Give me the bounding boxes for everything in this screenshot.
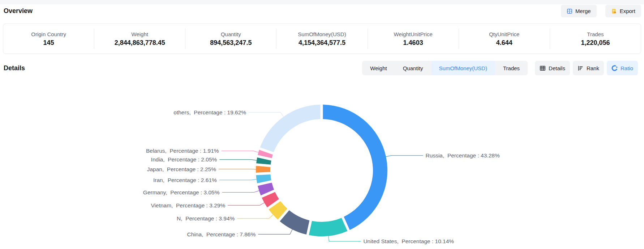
header-buttons: Merge Export xyxy=(561,5,641,17)
pie-label-india: India, Percentage : 2.05% xyxy=(151,156,217,163)
pie-leaderline-belarus xyxy=(222,151,258,152)
stat-label: Trades xyxy=(587,31,604,37)
stat-value: 2,844,863,778.45 xyxy=(115,39,165,46)
stat-label: QtyUnitPrice xyxy=(489,31,519,37)
pie-leaderline-germany xyxy=(222,191,259,193)
pie-leaderline-india xyxy=(219,160,257,160)
view-tab-group: DetailsRankRatio xyxy=(535,61,638,75)
stat-trades: Trades1,220,056 xyxy=(550,29,641,49)
pie-segment-china[interactable] xyxy=(280,210,309,235)
stat-label: Weight xyxy=(132,31,148,37)
stat-label: SumOfMoney(USD) xyxy=(298,31,346,37)
pie-segment-iran[interactable] xyxy=(256,174,271,183)
tab-trades[interactable]: Trades xyxy=(495,61,528,75)
view-tab-label: Ratio xyxy=(621,65,633,71)
merge-button-label: Merge xyxy=(575,8,591,14)
view-tab-label: Details xyxy=(549,65,565,71)
pie-leaderline-others xyxy=(249,112,284,117)
pie-label-united-states: United States, Percentage : 10.14% xyxy=(363,238,454,244)
export-button[interactable]: Export xyxy=(605,5,641,17)
pie-segment-japan[interactable] xyxy=(256,166,270,173)
stat-value: 1,220,056 xyxy=(581,39,610,46)
stat-value: 1.4603 xyxy=(403,39,423,46)
pie-leaderline-n xyxy=(237,215,273,219)
pie-leaderline-united-states xyxy=(329,236,361,241)
tab-sumofmoney-usd[interactable]: SumOfMoney(USD) xyxy=(431,61,495,75)
stat-weightunitprice: WeightUnitPrice1.4603 xyxy=(368,29,459,49)
export-icon xyxy=(611,8,617,14)
details-toolbar: Details WeightQuantitySumOfMoney(USD)Tra… xyxy=(4,61,638,75)
stat-weight: Weight2,844,863,778.45 xyxy=(94,29,185,49)
pie-segment-india[interactable] xyxy=(256,157,271,165)
view-tab-details[interactable]: Details xyxy=(535,61,570,75)
pie-label-belarus: Belarus, Percentage : 1.91% xyxy=(146,148,219,154)
stat-label: Quantity xyxy=(221,31,241,37)
view-tab-ratio[interactable]: Ratio xyxy=(607,61,638,75)
pie-leaderline-iran xyxy=(219,179,257,180)
merge-button[interactable]: Merge xyxy=(561,5,597,17)
pie-segment-united-states[interactable] xyxy=(309,218,348,236)
stat-label: WeightUnitPrice xyxy=(394,31,433,37)
table-icon xyxy=(540,65,546,71)
view-tab-label: Rank xyxy=(587,65,599,71)
stat-label: Origin Country xyxy=(31,31,66,37)
stat-value: 4.644 xyxy=(496,39,512,46)
details-section-title: Details xyxy=(4,64,25,72)
tab-quantity[interactable]: Quantity xyxy=(395,61,431,75)
pie-label-china: China, Percentage : 7.86% xyxy=(187,231,256,237)
pie-label-japan: Japan, Percentage : 2.25% xyxy=(147,166,216,172)
stat-qtyunitprice: QtyUnitPrice4.644 xyxy=(459,29,550,49)
tab-weight[interactable]: Weight xyxy=(362,61,395,75)
pie-label-vietnam: Vietnam, Percentage : 3.29% xyxy=(151,202,226,208)
pie-label-others: others, Percentage : 19.62% xyxy=(173,109,246,115)
page-title: Overview xyxy=(4,7,33,15)
donut-icon xyxy=(611,65,618,71)
pie-leaderline-vietnam xyxy=(228,203,264,205)
pie-segment-russia[interactable] xyxy=(323,105,388,230)
stat-origin-country: Origin Country145 xyxy=(3,29,94,49)
export-button-label: Export xyxy=(620,8,635,14)
stat-sumofmoney-usd: SumOfMoney(USD)4,154,364,577.5 xyxy=(276,29,368,49)
pie-leaderline-russia xyxy=(386,156,423,157)
pie-segment-others[interactable] xyxy=(260,105,320,152)
overview-stats-card: Origin Country145Weight2,844,863,778.45Q… xyxy=(3,24,641,54)
metric-tab-group: WeightQuantitySumOfMoney(USD)Trades xyxy=(362,61,528,75)
stat-quantity: Quantity894,563,247.5 xyxy=(185,29,276,49)
pie-leaderline-china xyxy=(258,229,292,235)
stat-value: 145 xyxy=(43,39,54,46)
pie-label-russia: Russia, Percentage : 43.28% xyxy=(426,152,500,159)
rank-icon xyxy=(578,65,584,71)
pie-label-iran: Iran, Percentage : 2.61% xyxy=(153,177,217,183)
stat-value: 4,154,364,577.5 xyxy=(299,39,345,46)
view-tab-rank[interactable]: Rank xyxy=(573,61,604,75)
page-top-strip xyxy=(0,0,644,4)
pie-label-germany: Germany, Percentage : 3.05% xyxy=(143,189,220,195)
stat-value: 894,563,247.5 xyxy=(210,39,252,46)
merge-icon xyxy=(567,8,572,14)
pie-label-n: N, Percentage : 3.94% xyxy=(177,215,235,221)
